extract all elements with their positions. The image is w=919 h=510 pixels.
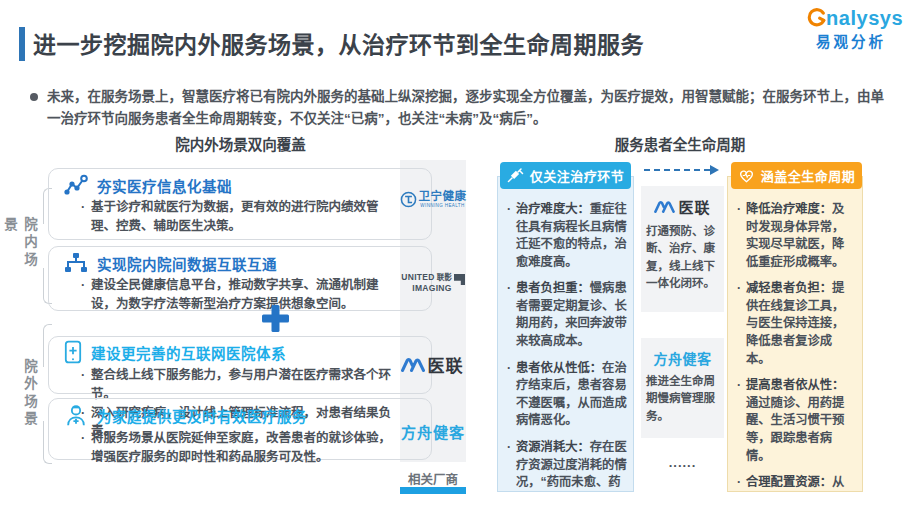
pain-point-item: 资源消耗大：存在医疗资源过度消耗的情况，“药而未愈、药而未控”。 [505, 439, 627, 492]
fangzhou-logo: 方舟健客 [399, 421, 467, 442]
heart-pulse-icon [738, 168, 755, 183]
card-title: 夯实医疗信息化基础 [97, 175, 232, 196]
benefit-item: 合理配置资源：从预防端和康复端减轻治疗端压力，更有效地调配医疗资源。 [735, 474, 856, 492]
winning-health-name: 卫宁健康 [419, 191, 467, 203]
card-title: 实现院内院间数据互联互通 [97, 253, 277, 274]
pain-point-item: 患者依从性低：在治疗结束后，患者容易不遵医嘱，从而造成病情恶化。 [505, 360, 627, 430]
group-label-out-hospital: 院外场景 [19, 359, 39, 429]
syringe-icon [507, 168, 524, 183]
analysys-logo: nalysys 易观分析 [799, 8, 903, 51]
card-title: 为家庭提供更及时有效医疗服务 [97, 405, 307, 426]
intro-paragraph: 未来，在服务场景上，智慧医疗将已有院内外服务的基础上纵深挖掘，逐步实现全方位覆盖… [30, 86, 894, 131]
trend-nodes-icon [64, 174, 88, 196]
card-bullet: 基于诊疗和就医行为数据，更有效的进行院内绩效管理、控费、辅助医生决策。 [81, 198, 399, 236]
doctor-icon [64, 403, 88, 427]
group-label-in-hospital: 院内场景 [0, 217, 39, 275]
badge-full-lifecycle: 涵盖全生命周期 [731, 162, 862, 189]
vendor-footer-bar [400, 487, 466, 494]
left-section-heading: 院内外场景双向覆盖 [48, 133, 433, 154]
card-interconnection: 实现院内院间数据互联互通 建设全民健康信息平台，推动数字共享、流通机制建设，为数… [48, 246, 432, 311]
right-section-heading: 服务患者全生命周期 [497, 133, 863, 154]
card-informatization: 夯实医疗信息化基础 基于诊疗和就医行为数据，更有效的进行院内绩效管理、控费、辅助… [48, 168, 432, 240]
medlinker-name: 医联 [428, 352, 464, 377]
page-title: 进一步挖掘院内外服务场景，从治疗环节到全生命周期服务 [33, 26, 644, 60]
badge-treatment-only: 仅关注治疗环节 [500, 162, 631, 189]
pain-point-item: 患者负担重：慢病患者需要定期复诊、长期用药，来回奔波带来较高成本。 [505, 280, 627, 350]
item-lead: 患者依从性低： [516, 361, 602, 375]
fangzhou-name: 方舟健客 [646, 348, 719, 368]
vendor-description: 打通预防、诊断、治疗、康复，线上线下一体化闭环。 [646, 223, 719, 292]
winning-health-sub: WINNING HEALTH [419, 204, 467, 209]
vendor-description: 推进全生命周期慢病管理服务。 [646, 373, 719, 425]
benefit-item: 降低治疗难度：及时发现身体异常，实现尽早就医，降低重症形成概率。 [735, 201, 856, 271]
winning-health-icon [400, 191, 417, 208]
title-accent-bar [19, 27, 25, 61]
middle-vendor-fangzhou: 方舟健客 推进全生命周期慢病管理服务。 [641, 338, 724, 438]
medlinker-name: 医联 [678, 196, 710, 217]
middle-vendor-medlinker: 医联 打通预防、诊断、治疗、康复，线上线下一体化闭环。 [641, 186, 724, 312]
phone-cross-icon [64, 340, 82, 364]
hierarchy-icon [64, 252, 88, 274]
united-imaging-line1: UNITED [401, 272, 434, 282]
badge-label: 仅关注治疗环节 [530, 166, 625, 185]
benefit-item: 减轻患者负担：提供在线复诊工具，与医生保持连接，降低患者复诊成本。 [735, 280, 856, 368]
panel-treatment-only: 治疗难度大：重症往往具有病程长且病情迁延不愈的特点，治愈难度高。 患者负担重：慢… [497, 176, 634, 492]
dashed-arrow-icon [644, 169, 710, 171]
winning-health-logo: 卫宁健康 WINNING HEALTH [399, 191, 467, 208]
united-imaging-logo: UNITED联影 IMAGING [399, 266, 467, 293]
benefit-item: 提高患者依从性：通过随诊、用药提醒、生活习惯干预等，跟踪患者病情。 [735, 377, 856, 465]
badge-label: 涵盖全生命周期 [761, 166, 856, 185]
medlinker-mark-icon [401, 357, 425, 372]
united-imaging-line2: IMAGING [401, 284, 451, 293]
plus-icon [259, 304, 292, 337]
item-lead: 降低治疗难度： [746, 202, 832, 216]
item-lead: 患者负担重： [516, 281, 590, 295]
analysys-brand-text: nalysys [826, 8, 903, 28]
analysys-swirl-icon [806, 8, 826, 28]
bullet-dot-icon [30, 93, 38, 101]
medlinker-mark-icon [654, 200, 675, 213]
item-lead: 资源消耗大： [516, 440, 590, 454]
pain-point-item: 治疗难度大：重症往往具有病程长且病情迁延不愈的特点，治愈难度高。 [505, 201, 627, 271]
analysys-cn-text: 易观分析 [799, 30, 903, 51]
item-lead: 治疗难度大： [516, 202, 590, 216]
card-home-service: 为家庭提供更及时有效医疗服务 将服务场景从医院延伸至家庭，改善患者的就诊体验，增… [48, 398, 432, 460]
united-imaging-mark-icon [454, 274, 465, 285]
vendor-footer-label: 相关厂商 [400, 469, 466, 488]
medlinker-logo: 医联 [396, 352, 468, 377]
item-lead: 减轻患者负担： [746, 281, 832, 295]
card-bullet: 建设全民健康信息平台，推动数字共享、流通机制建设，为数字疗法等新型治疗方案提供想… [81, 276, 399, 314]
card-title: 建设更完善的互联网医院体系 [91, 342, 286, 363]
intro-text: 未来，在服务场景上，智慧医疗将已有院内外服务的基础上纵深挖掘，逐步实现全方位覆盖… [47, 86, 894, 131]
panel-full-lifecycle: 降低治疗难度：及时发现身体异常，实现尽早就医，降低重症形成概率。 减轻患者负担：… [727, 176, 863, 492]
item-lead: 提高患者依从性： [746, 378, 844, 392]
united-imaging-cn: 联影 [437, 273, 452, 282]
card-bullet: 将服务场景从医院延伸至家庭，改善患者的就诊体验，增强医疗服务的即时性和药品服务可… [81, 429, 399, 467]
ellipsis-more: ...... [641, 455, 724, 470]
item-lead: 合理配置资源： [746, 475, 832, 489]
card-internet-hospital: 建设更完善的互联网医院体系 整合线上线下服务能力，参与用户潜在医疗需求各个环节。… [48, 336, 432, 394]
item-text: 通过随诊、用药提醒、生活习惯干预等，跟踪患者病情。 [746, 396, 844, 463]
